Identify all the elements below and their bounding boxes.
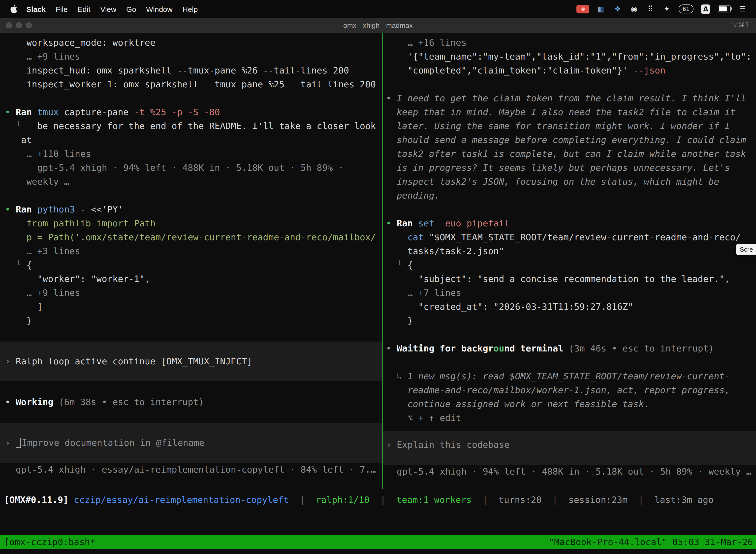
menu-items: SlackFileEditViewGoWindowHelp [21,5,203,13]
pane-status-line: gpt-5.4 xhigh · essay/ai-reimplementatio… [5,463,377,477]
terminal-line: workspace_mode: worktree [5,36,377,50]
macos-menu-bar: SlackFileEditViewGoWindowHelp ▦ ❖ ◉ ⠿ ✦ … [0,0,756,18]
blank-line [386,355,756,369]
terminal-line: … +110 lines [5,147,377,161]
battery-fill [719,6,727,11]
mailbox-notification: ↳ 1 new msg(s): read $OMX_TEAM_STATE_ROO… [386,369,756,383]
terminal-line: tasks/task-2.json" [386,244,756,258]
suggestion-prompt[interactable]: › Explain this codebase [383,431,756,465]
pane-status-line: gpt-5.4 xhigh · 94% left · 488K in · 5.1… [386,465,756,479]
terminal-line: … +16 lines [386,36,756,50]
composer-input[interactable]: › Improve documentation in @filename [0,423,382,463]
record-dot-icon [581,7,585,11]
thinking-text: • I need to get the claim token from the… [386,91,756,105]
terminal-line: inspect_hud: omx sparkshell --tmux-pane … [5,63,377,77]
dots-grid-icon[interactable]: ⠿ [646,4,655,14]
terminal-line: at [5,133,377,147]
terminal-line: … +9 lines [5,50,377,63]
terminal-line: task2 after task1 is complete, but can I… [386,147,756,161]
terminal-line: inspect task2's JSON, focusing on the st… [386,175,756,189]
menu-slack[interactable]: Slack [21,5,51,13]
menu-bar-left: SlackFileEditViewGoWindowHelp [0,4,203,13]
terminal-line: weekly … [5,175,377,189]
terminal-line: └ be necessary for the end of the README… [5,119,377,133]
terminal-line: p = Path('.omx/state/team/review-current… [5,230,377,244]
apple-menu-icon[interactable] [10,4,17,13]
blank-line [5,409,377,423]
terminal-line: '{"team_name":"my-team","task_id":"1","f… [386,50,756,63]
terminal-line: } [386,314,756,328]
terminal-line: inspect_worker-1: omx sparkshell --tmux-… [5,77,377,91]
blank-line [5,189,377,203]
terminal-line: "created_at": "2026-03-31T11:59:27.816Z" [386,300,756,314]
battery-icon[interactable] [718,5,731,12]
terminal-line: gpt-5.4 xhigh · 94% left · 488K in · 5.1… [5,161,377,175]
circle-icon[interactable]: ◉ [630,4,638,14]
terminal-area: workspace_mode: worktree … +9 lines insp… [0,33,756,489]
terminal-line: from pathlib import Path [5,216,377,230]
omx-status-line: [OMX#0.11.9] cczip/essay/ai-reimplementa… [4,493,756,507]
command-line: • Ran set -euo pipefail [386,216,756,230]
blank-line [386,203,756,216]
tmux-session-label: [omx-cczip0:bash* [4,535,95,549]
window-title: omx --xhigh --madmax [0,18,756,33]
command-line: • Ran python3 - <<'PY' [5,203,377,216]
waiting-status: • Waiting for background terminal (3m 46… [386,341,756,355]
terminal-line: keep that in mind. Maybe I also need the… [386,105,756,119]
terminal-line: is in progress? It seems likely but perh… [386,161,756,175]
terminal-line: } [5,314,377,328]
menu-view[interactable]: View [95,5,121,13]
window-title-bar[interactable]: omx --xhigh --madmax ⌥⌘1 [0,18,756,33]
menu-bar-status-icons: ▦ ❖ ◉ ⠿ ✦ 61 A ☰ [576,4,756,14]
tmux-status-bar: [omx-cczip0:bash* "MacBook-Pro-44.local"… [0,535,756,549]
terminal-line: ] [5,300,377,314]
menu-go[interactable]: Go [121,5,141,13]
terminal-line: "completed","claim_token":"claim-token"}… [386,63,756,77]
blank-line [5,91,377,105]
screen-recording-indicator-icon[interactable] [576,5,589,13]
grid-icon[interactable]: ▦ [597,4,606,14]
terminal-line: "subject": "send a concise recommendatio… [386,272,756,286]
blank-line [386,77,756,91]
edit-hint: ⌥ + ↑ edit [386,411,756,425]
menu-help[interactable]: Help [178,5,203,13]
terminal-line: … +9 lines [5,286,377,300]
terminal-pane-left[interactable]: workspace_mode: worktree … +9 lines insp… [0,33,382,489]
input-source-icon[interactable]: A [701,4,710,14]
screenshot-tooltip: Scre [736,244,756,255]
blank-line [5,381,377,395]
terminal-line: pending. [386,189,756,203]
command-line: • Ran tmux capture-pane -t %25 -p -S -80 [5,105,377,119]
control-center-icon[interactable]: ☰ [738,4,747,14]
sparkle-icon[interactable]: ❖ [613,4,622,14]
menu-edit[interactable]: Edit [73,5,96,13]
terminal-pane-right[interactable]: … +16 lines '{"team_name":"my-team","tas… [383,33,756,489]
omx-status-bar: [OMX#0.11.9] cczip/essay/ai-reimplementa… [4,493,756,507]
terminal-line: … +3 lines [5,244,377,258]
window-hotkey-label: ⌥⌘1 [731,18,749,33]
terminal-line: should send a message before completing … [386,133,756,147]
terminal-line: "worker": "worker-1", [5,272,377,286]
terminal-line: └ { [5,258,377,272]
desktop-screen: SlackFileEditViewGoWindowHelp ▦ ❖ ◉ ⠿ ✦ … [0,0,756,554]
block-cursor [16,438,20,448]
terminal-line: later. Using the same for transition mig… [386,119,756,133]
terminal-line: continue assigned work or next feasible … [386,397,756,411]
terminal-line: readme-and-reco/mailbox/worker-1.json, a… [386,383,756,397]
menu-window[interactable]: Window [141,5,178,13]
blank-line [5,328,377,341]
tmux-host-clock-label: "MacBook-Pro-44.local" 05:03 31-Mar-26 [549,535,753,549]
ghost-icon[interactable]: ✦ [662,4,671,14]
terminal-line: … +7 lines [386,286,756,300]
terminal-line: cat "$OMX_TEAM_STATE_ROOT/team/review-cu… [386,230,756,244]
menu-file[interactable]: File [51,5,72,13]
battery-percent-badge[interactable]: 61 [679,4,693,13]
working-status: • Working (6m 38s • esc to interrupt) [5,395,377,409]
blank-line [386,328,756,341]
terminal-line: └ { [386,258,756,272]
injected-prompt[interactable]: › Ralph loop active continue [OMX_TMUX_I… [0,341,382,381]
